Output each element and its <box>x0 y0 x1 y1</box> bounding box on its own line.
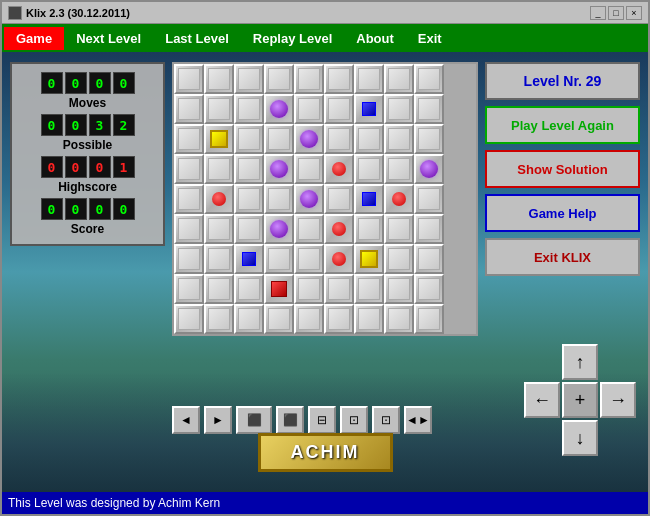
menu-exit[interactable]: Exit <box>406 27 454 50</box>
grid-cell[interactable] <box>354 124 384 154</box>
grid-cell[interactable] <box>174 124 204 154</box>
grid-cell[interactable] <box>204 274 234 304</box>
grid-cell[interactable] <box>354 154 384 184</box>
grid-cell[interactable] <box>384 214 414 244</box>
grid-cell[interactable] <box>414 124 444 154</box>
grid-cell[interactable] <box>294 184 324 214</box>
grid-cell[interactable] <box>234 64 264 94</box>
grid-cell[interactable] <box>204 154 234 184</box>
close-button[interactable]: × <box>626 6 642 20</box>
grid-cell[interactable] <box>264 244 294 274</box>
grid-cell[interactable] <box>234 214 264 244</box>
grid-cell[interactable] <box>324 244 354 274</box>
ctrl-btn-2[interactable]: ► <box>204 406 232 434</box>
grid-cell[interactable] <box>264 64 294 94</box>
ctrl-btn-3[interactable]: ⬛ <box>236 406 272 434</box>
grid-cell[interactable] <box>234 124 264 154</box>
grid-cell[interactable] <box>294 64 324 94</box>
grid-cell[interactable] <box>174 304 204 334</box>
grid-cell[interactable] <box>354 94 384 124</box>
grid-cell[interactable] <box>174 94 204 124</box>
grid-cell[interactable] <box>324 214 354 244</box>
ctrl-btn-7[interactable]: ⊡ <box>372 406 400 434</box>
game-grid[interactable] <box>172 62 478 336</box>
game-help-button[interactable]: Game Help <box>485 194 640 232</box>
grid-cell[interactable] <box>384 184 414 214</box>
dir-up-button[interactable]: ↑ <box>562 344 598 380</box>
dir-left-button[interactable]: ← <box>524 382 560 418</box>
grid-cell[interactable] <box>174 244 204 274</box>
menu-replay-level[interactable]: Replay Level <box>241 27 345 50</box>
show-solution-button[interactable]: Show Solution <box>485 150 640 188</box>
ctrl-btn-4[interactable]: ⬛ <box>276 406 304 434</box>
ctrl-btn-5[interactable]: ⊟ <box>308 406 336 434</box>
maximize-button[interactable]: □ <box>608 6 624 20</box>
grid-cell[interactable] <box>264 154 294 184</box>
play-level-again-button[interactable]: Play Level Again <box>485 106 640 144</box>
grid-cell[interactable] <box>204 214 234 244</box>
grid-cell[interactable] <box>264 304 294 334</box>
menu-last-level[interactable]: Last Level <box>153 27 241 50</box>
grid-cell[interactable] <box>414 244 444 274</box>
grid-cell[interactable] <box>414 304 444 334</box>
grid-cell[interactable] <box>354 214 384 244</box>
grid-cell[interactable] <box>294 124 324 154</box>
menu-game[interactable]: Game <box>4 27 64 50</box>
menu-about[interactable]: About <box>344 27 406 50</box>
dir-center-button[interactable]: + <box>562 382 598 418</box>
grid-cell[interactable] <box>294 304 324 334</box>
grid-cell[interactable] <box>324 304 354 334</box>
grid-cell[interactable] <box>354 184 384 214</box>
grid-cell[interactable] <box>204 184 234 214</box>
grid-cell[interactable] <box>264 274 294 304</box>
grid-cell[interactable] <box>174 64 204 94</box>
grid-cell[interactable] <box>354 64 384 94</box>
grid-cell[interactable] <box>234 304 264 334</box>
grid-cell[interactable] <box>264 184 294 214</box>
grid-cell[interactable] <box>294 214 324 244</box>
grid-cell[interactable] <box>324 184 354 214</box>
grid-cell[interactable] <box>414 94 444 124</box>
grid-cell[interactable] <box>384 244 414 274</box>
ctrl-btn-1[interactable]: ◄ <box>172 406 200 434</box>
grid-cell[interactable] <box>384 94 414 124</box>
menu-next-level[interactable]: Next Level <box>64 27 153 50</box>
grid-cell[interactable] <box>414 274 444 304</box>
grid-cell[interactable] <box>354 244 384 274</box>
grid-cell[interactable] <box>234 184 264 214</box>
grid-cell[interactable] <box>264 214 294 244</box>
grid-cell[interactable] <box>324 154 354 184</box>
grid-cell[interactable] <box>234 154 264 184</box>
dir-down-button[interactable]: ↓ <box>562 420 598 456</box>
grid-cell[interactable] <box>324 124 354 154</box>
grid-cell[interactable] <box>384 154 414 184</box>
grid-cell[interactable] <box>384 304 414 334</box>
grid-cell[interactable] <box>234 244 264 274</box>
grid-cell[interactable] <box>414 64 444 94</box>
grid-cell[interactable] <box>384 64 414 94</box>
grid-cell[interactable] <box>204 244 234 274</box>
dir-right-button[interactable]: → <box>600 382 636 418</box>
grid-cell[interactable] <box>234 94 264 124</box>
minimize-button[interactable]: _ <box>590 6 606 20</box>
grid-cell[interactable] <box>384 274 414 304</box>
grid-cell[interactable] <box>354 304 384 334</box>
grid-cell[interactable] <box>294 94 324 124</box>
grid-cell[interactable] <box>294 244 324 274</box>
grid-cell[interactable] <box>174 154 204 184</box>
grid-cell[interactable] <box>174 214 204 244</box>
grid-cell[interactable] <box>294 274 324 304</box>
ctrl-btn-6[interactable]: ⊡ <box>340 406 368 434</box>
grid-cell[interactable] <box>414 184 444 214</box>
grid-cell[interactable] <box>264 94 294 124</box>
grid-cell[interactable] <box>204 64 234 94</box>
grid-cell[interactable] <box>354 274 384 304</box>
grid-cell[interactable] <box>414 214 444 244</box>
grid-cell[interactable] <box>264 124 294 154</box>
grid-cell[interactable] <box>324 94 354 124</box>
grid-cell[interactable] <box>174 184 204 214</box>
grid-cell[interactable] <box>204 94 234 124</box>
grid-cell[interactable] <box>414 154 444 184</box>
grid-cell[interactable] <box>204 304 234 334</box>
grid-cell[interactable] <box>294 154 324 184</box>
